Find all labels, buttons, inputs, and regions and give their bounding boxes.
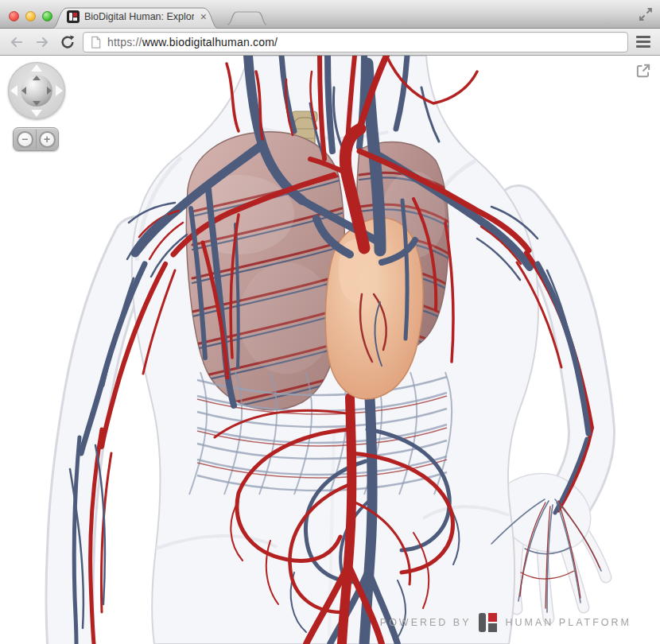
powered-by-watermark: POWERED BY HUMAN PLATFORM: [380, 612, 631, 633]
back-button[interactable]: [6, 32, 27, 52]
traffic-lights: [9, 11, 52, 21]
close-window-button[interactable]: [9, 11, 19, 21]
biodigital-logo-icon: [479, 612, 499, 633]
url-scheme: https://: [107, 36, 142, 48]
powered-by-label: POWERED BY: [380, 617, 472, 628]
reload-button[interactable]: [57, 32, 78, 52]
rotate-left-icon: [21, 87, 26, 95]
hamburger-icon: [636, 36, 650, 38]
tab-title: BioDigital Human: Explore: [84, 11, 194, 22]
url-host: www.biodigitalhuman.com/: [142, 36, 278, 48]
address-bar[interactable]: https://www.biodigitalhuman.com/: [83, 32, 628, 52]
pan-left-arrow[interactable]: [10, 85, 17, 96]
navigation-toolbar: https://www.biodigitalhuman.com/: [0, 29, 660, 56]
url-text: https://www.biodigitalhuman.com/: [107, 36, 278, 48]
title-bar: BioDigital Human: Explore ×: [0, 0, 660, 29]
external-link-icon[interactable]: [635, 62, 652, 80]
chrome-menu-button[interactable]: [633, 32, 654, 52]
forward-button[interactable]: [32, 32, 52, 52]
arrow-left-icon: [9, 34, 25, 50]
browser-tab[interactable]: BioDigital Human: Explore ×: [51, 5, 221, 29]
page-icon: [89, 35, 103, 49]
resize-arrows-icon[interactable]: [638, 6, 654, 22]
rotate-sphere[interactable]: [21, 75, 52, 107]
rotate-right-icon: [47, 87, 52, 95]
pan-down-arrow[interactable]: [31, 110, 42, 117]
minimize-window-button[interactable]: [25, 11, 36, 21]
rotate-up-icon: [33, 76, 41, 80]
anatomy-3d-viewport[interactable]: − + POWERED BY HUMAN PLATFORM: [0, 56, 660, 644]
rotate-down-icon: [33, 101, 41, 106]
zoom-control: − +: [13, 127, 59, 151]
anatomy-scene[interactable]: [0, 56, 660, 644]
pan-right-arrow[interactable]: [56, 85, 63, 96]
tab-close-icon[interactable]: ×: [200, 11, 207, 22]
pan-up-arrow[interactable]: [31, 64, 42, 72]
zoom-out-button[interactable]: −: [17, 131, 33, 148]
pan-widget[interactable]: [8, 62, 65, 119]
platform-label: HUMAN PLATFORM: [506, 617, 631, 628]
browser-window: BioDigital Human: Explore ×: [0, 0, 660, 644]
arrow-right-icon: [34, 34, 50, 50]
new-tab-button[interactable]: [226, 10, 267, 25]
tab-favicon-icon: [67, 10, 80, 23]
zoom-in-button[interactable]: +: [39, 131, 56, 148]
refresh-icon: [60, 34, 76, 50]
